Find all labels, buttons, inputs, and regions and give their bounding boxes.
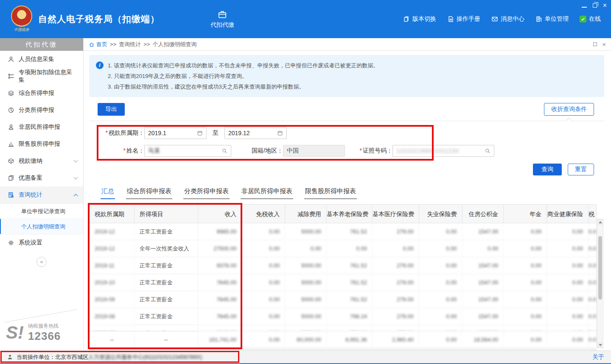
chevron-up-icon [74, 194, 78, 198]
sidebar-item-label: 非居民所得申报 [19, 123, 60, 131]
region-value: 中国 [287, 147, 299, 155]
result-tab[interactable]: 汇总 [101, 187, 115, 199]
period-start-input[interactable]: 2019.1 [144, 127, 207, 139]
period-end-input[interactable]: 2019.12 [224, 127, 287, 139]
result-tab[interactable]: 非居民所得申报表 [241, 187, 293, 199]
table-cell: 1547.00 [462, 274, 504, 291]
sidebar-item-classified-income[interactable]: 分类所得申报 [0, 102, 83, 119]
top-link-org-management[interactable]: 单位管理 [535, 15, 569, 23]
top-link-manual[interactable]: 操作手册 [447, 15, 480, 23]
table-cell: 18,564.00 [462, 331, 504, 348]
id-label: *证照号码： [352, 147, 392, 155]
id-number-input[interactable]: 11010219900101123X [392, 145, 494, 157]
reset-button[interactable]: 重置 [568, 164, 594, 175]
sidebar-item-tax-payment[interactable]: 税款缴纳 [0, 153, 83, 169]
sidebar-item-comprehensive-income[interactable]: 综合所得申报 [0, 85, 83, 102]
restore-button[interactable] [593, 3, 597, 8]
breadcrumb-page: 个人扣缴明细查询 [152, 41, 196, 48]
result-tab[interactable]: 综合所得申报表 [126, 187, 172, 199]
chevron-down-icon [74, 158, 78, 163]
table-row[interactable]: 2019-08正常工资薪金7645.000.005000.00798.24279… [90, 308, 596, 325]
sidebar-item-system-settings[interactable]: 系统设置 [0, 234, 83, 251]
panel-maximize-icon[interactable] [593, 42, 597, 46]
sidebar-item-label: 专项附加扣除信息采集 [19, 69, 77, 84]
minimize-button[interactable] [582, 7, 587, 8]
table-cell: 0.00 [242, 331, 285, 348]
vertical-scrollbar[interactable] [597, 219, 603, 348]
sidebar-subitem-personal-withholding-detail-query[interactable]: 个人扣缴明细查询 [0, 219, 83, 234]
sidebar-item-preferential-filing[interactable]: 优惠备案 [0, 169, 83, 186]
table-cell: 0.00 [242, 257, 285, 274]
about-link[interactable]: 关于 [592, 353, 604, 361]
table-cell: 0.00 [589, 240, 596, 257]
name-value: 马某 [148, 147, 160, 155]
sidebar-subitem-label: 个人扣缴明细查询 [21, 223, 65, 230]
table-cell: 7645.00 [198, 291, 242, 308]
table-row-partial[interactable]: 2019-07正常工资薪金7645.000.005000.00798.24279… [90, 325, 596, 331]
sidebar-collapse-button[interactable]: « [36, 257, 47, 267]
collapse-query-button[interactable]: 收折查询条件 [544, 103, 594, 116]
table-row[interactable]: 2019-10正常工资薪金7645.000.005000.00761.52279… [90, 274, 596, 291]
sidebar-item-personnel-info[interactable]: 人员信息采集 [0, 51, 83, 68]
table-row[interactable]: 2019-09正常工资薪金7645.000.005000.00761.52279… [90, 291, 596, 308]
column-header: 税 [589, 205, 596, 223]
notice-box: i 1. 该查询统计表仅能查询已申报成功的数据，不包含未申报、申报失败，已申报但… [89, 55, 604, 97]
top-link-message-center[interactable]: 消息中心 [491, 15, 524, 23]
table-row[interactable]: 2019-11正常工资薪金9378.000.005000.00761.52279… [90, 257, 596, 274]
table-cell: 0.00 [504, 240, 547, 257]
table-cell: 7645.00 [198, 325, 242, 331]
column-header: 所得项目 [135, 205, 198, 223]
hotline-block: S! 纳税服务热线 12366 [0, 318, 83, 350]
period-start-value: 2019.1 [148, 130, 166, 136]
table-cell: 0.00 [504, 223, 547, 240]
table-cell: 2019-11 [90, 257, 135, 274]
vertical-scroll-thumb[interactable] [598, 236, 602, 300]
table-cell: 60,000.00 [285, 331, 327, 348]
sidebar-subitem-unit-declaration-query[interactable]: 单位申报记录查询 [0, 203, 83, 219]
sidebar-item-restricted-stock[interactable]: 限售股所得申报 [0, 136, 83, 153]
top-link-online-status[interactable]: 在线 [580, 15, 601, 23]
sidebar-item-nonresident-income[interactable]: 非居民所得申报 [0, 119, 83, 136]
breadcrumb-home[interactable]: 首页 [89, 41, 107, 48]
table-row[interactable]: 2019-12正常工资薪金9985.000.005000.00761.52279… [90, 223, 596, 240]
table-cell: 7645.00 [198, 274, 242, 291]
tax-bureau-logo: 中国税务 [11, 6, 32, 33]
export-button[interactable]: 导出 [98, 103, 125, 116]
name-input[interactable]: 马某 [144, 145, 231, 157]
sidebar-item-label: 人员信息采集 [19, 56, 54, 63]
table-row[interactable]: 2019-12全年一次性奖金收入27500.000.000.000.000.00… [90, 240, 596, 257]
sidebar-item-query-statistics[interactable]: 查询统计 [0, 186, 83, 203]
table-cell: 0.00 [242, 223, 285, 240]
region-input[interactable]: 中国 [283, 145, 345, 157]
content-body: i 1. 该查询统计表仅能查询已申报成功的数据，不包含未申报、申报失败，已申报但… [84, 51, 611, 350]
mail-icon [491, 16, 498, 22]
table-cell: 5000.00 [285, 291, 327, 308]
hotline-label: 纳税服务热线 [28, 322, 61, 330]
result-tab[interactable]: 限售股所得申报表 [304, 187, 357, 199]
table-total-row[interactable]: ----161,741.000.0060,000.008,991.362,960… [90, 331, 596, 348]
module-tab-withholding[interactable]: 代扣代缴 [210, 10, 234, 29]
scroll-up-icon[interactable] [597, 219, 603, 225]
table-cell: 279.00 [373, 308, 419, 325]
search-doc-icon [8, 192, 14, 198]
search-button[interactable]: 查询 [533, 164, 562, 175]
breadcrumb-home-label: 首页 [96, 41, 107, 48]
list-icon [8, 73, 14, 80]
sidebar-item-special-deduction[interactable]: 专项附加扣除信息采集 [0, 68, 83, 85]
bar-chart-icon [8, 141, 14, 147]
scroll-down-icon[interactable] [597, 342, 603, 348]
table-cell: 0.00 [504, 331, 547, 348]
top-link-version-switch[interactable]: 版本切换 [403, 15, 436, 23]
panel-close-icon[interactable]: × [602, 42, 606, 47]
required-mark: * [123, 147, 126, 154]
table-cell: 27500.00 [198, 240, 242, 257]
table-cell: 正常工资薪金 [135, 325, 198, 331]
table-cell: 9378.00 [198, 257, 242, 274]
tax-emblem-icon [11, 6, 32, 27]
table-cell: 全年一次性奖金收入 [135, 240, 198, 257]
close-button[interactable]: × [603, 3, 607, 8]
table-cell: 0.00 [589, 274, 596, 291]
result-tab[interactable]: 分类所得申报表 [183, 187, 230, 199]
id-number-value: 11010219900101123X [396, 147, 460, 154]
required-mark: * [360, 147, 362, 154]
